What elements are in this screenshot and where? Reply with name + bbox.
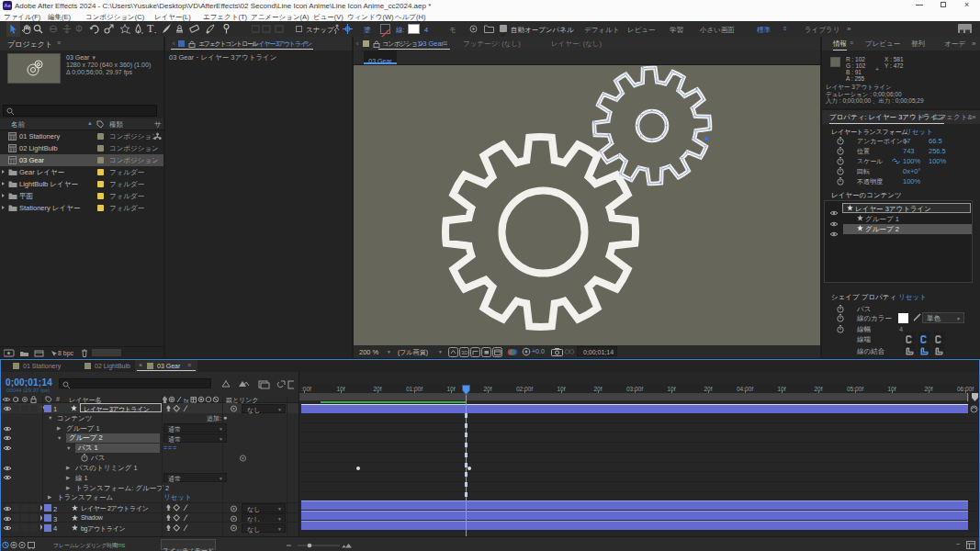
svg-text:T: T xyxy=(147,23,154,34)
svg-text:3D: 3D xyxy=(461,350,468,355)
svg-text:fx: fx xyxy=(184,397,189,403)
